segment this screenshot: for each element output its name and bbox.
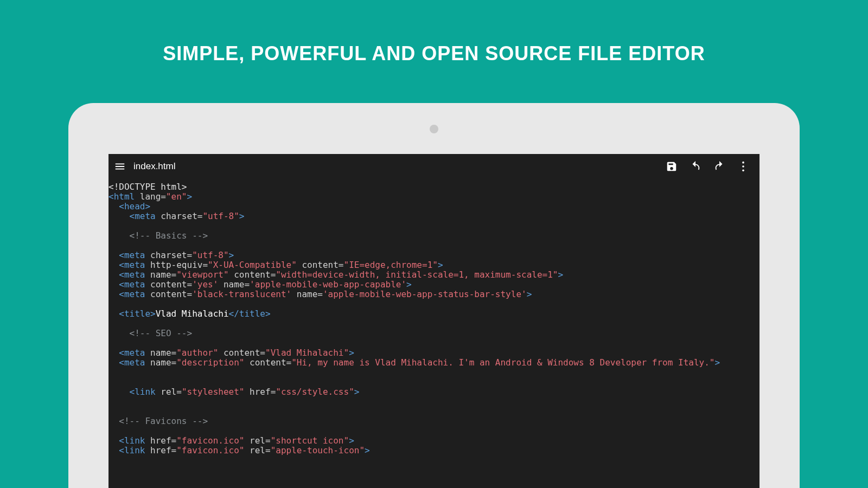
code-line[interactable]: <meta charset="utf-8">	[108, 251, 760, 260]
code-line[interactable]	[108, 221, 760, 231]
svg-point-1	[742, 165, 744, 168]
save-button[interactable]	[660, 155, 684, 178]
code-line[interactable]	[108, 299, 760, 309]
tablet-frame: index.html <!DOCTYPE html><html lang="en…	[68, 103, 800, 488]
code-line[interactable]: <title>Vlad Mihalachi</title>	[108, 309, 760, 319]
code-line[interactable]: <meta charset="utf-8">	[108, 211, 760, 221]
code-line[interactable]: <meta name="viewport" content="width=dev…	[108, 270, 760, 280]
code-line[interactable]: <link rel="stylesheet" href="css/style.c…	[108, 387, 760, 397]
editor-toolbar: index.html	[108, 154, 760, 179]
code-line[interactable]: <meta content='yes' name='apple-mobile-w…	[108, 280, 760, 290]
undo-button[interactable]	[684, 155, 707, 178]
code-line[interactable]: <!DOCTYPE html>	[108, 182, 760, 192]
code-line[interactable]	[108, 407, 760, 416]
code-line[interactable]	[108, 241, 760, 251]
code-line[interactable]: <!-- Favicons -->	[108, 416, 760, 426]
tablet-camera-dot	[430, 125, 438, 133]
code-line[interactable]	[108, 377, 760, 387]
code-line[interactable]	[108, 397, 760, 407]
editor-screen: index.html <!DOCTYPE html><html lang="en…	[108, 154, 760, 488]
code-line[interactable]: <meta name="author" content="Vlad Mihala…	[108, 348, 760, 358]
code-line[interactable]	[108, 426, 760, 436]
code-line[interactable]: <link href="favicon.ico" rel="shortcut i…	[108, 436, 760, 446]
code-line[interactable]: <meta http-equiv="X-UA-Compatible" conte…	[108, 260, 760, 270]
code-line[interactable]: <html lang="en">	[108, 192, 760, 202]
code-line[interactable]: <head>	[108, 202, 760, 211]
menu-button[interactable]	[113, 155, 127, 178]
open-file-name: index.html	[133, 161, 175, 172]
code-line[interactable]: <!-- SEO -->	[108, 329, 760, 338]
code-editor[interactable]: <!DOCTYPE html><html lang="en"> <head> <…	[108, 179, 760, 455]
svg-point-0	[742, 162, 744, 164]
code-line[interactable]	[108, 319, 760, 329]
hero-title: SIMPLE, POWERFUL AND OPEN SOURCE FILE ED…	[0, 0, 868, 65]
redo-button[interactable]	[707, 155, 731, 178]
code-line[interactable]: <meta name="description" content="Hi, my…	[108, 358, 760, 368]
overflow-button[interactable]	[731, 155, 755, 178]
svg-point-2	[742, 170, 744, 172]
code-line[interactable]: <meta content='black-translucent' name='…	[108, 290, 760, 299]
code-line[interactable]: <!-- Basics -->	[108, 231, 760, 241]
code-line[interactable]: <link href="favicon.ico" rel="apple-touc…	[108, 446, 760, 455]
code-line[interactable]	[108, 338, 760, 348]
code-line[interactable]	[108, 368, 760, 377]
